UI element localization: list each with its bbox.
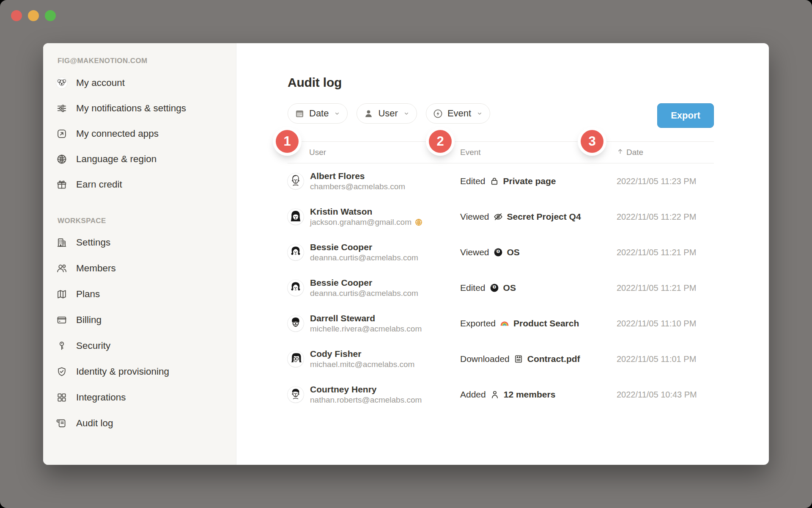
user-email: nathan.roberts@acmelabs.com bbox=[310, 395, 422, 405]
user-name: Cody Fisher bbox=[310, 348, 414, 359]
minimize-window-button[interactable] bbox=[28, 10, 39, 21]
settings-sidebar: FIG@MAKENOTION.COM My account My notific… bbox=[43, 43, 236, 465]
filter-event[interactable]: Event bbox=[426, 103, 490, 124]
table-row: Albert Flores chambers@acmelabs.com Edit… bbox=[288, 163, 714, 199]
user-name: Courtney Henry bbox=[310, 384, 422, 395]
table-row: Kristin Watson jackson.graham@gmail.com … bbox=[288, 199, 714, 235]
zoom-window-button[interactable] bbox=[45, 10, 56, 21]
event-date: 2022/11/05 11:01 PM bbox=[617, 354, 714, 364]
event-date: 2022/11/05 11:10 PM bbox=[617, 319, 714, 329]
audit-log-panel: Audit log Date User Event Export User Ev… bbox=[236, 43, 769, 465]
event-cell: Exported Product Search bbox=[460, 318, 617, 329]
event-verb: Edited bbox=[460, 176, 486, 186]
event-date: 2022/11/05 11:22 PM bbox=[617, 212, 714, 222]
user-cell: Albert Flores chambers@acmelabs.com bbox=[288, 171, 460, 192]
annotation-badge-1: 1 bbox=[276, 130, 299, 153]
settings-window: FIG@MAKENOTION.COM My account My notific… bbox=[43, 43, 769, 465]
key-icon bbox=[56, 340, 68, 352]
table-row: Cody Fisher michael.mitc@acmelabs.com Do… bbox=[288, 341, 714, 377]
shield-check-icon bbox=[56, 366, 68, 378]
event-date: 2022/11/05 11:21 PM bbox=[617, 248, 714, 257]
audit-log-toolbar: Date User Event Export bbox=[288, 103, 714, 128]
sidebar-item-language-region[interactable]: Language & region bbox=[56, 146, 236, 172]
user-email: michelle.rivera@acmelabs.com bbox=[310, 324, 422, 334]
user-cell: Courtney Henry nathan.roberts@acmelabs.c… bbox=[288, 384, 460, 405]
filter-user[interactable]: User bbox=[357, 103, 417, 124]
eight-ball-icon: 8 bbox=[489, 283, 499, 293]
lock-icon bbox=[489, 176, 499, 186]
avatar-kristin-watson bbox=[288, 209, 304, 225]
event-object: OS bbox=[503, 283, 516, 293]
person-filled-icon bbox=[363, 108, 374, 119]
person-outline-icon bbox=[490, 389, 500, 400]
event-cell: Downloaded Contract.pdf bbox=[460, 354, 617, 364]
sidebar-item-settings[interactable]: Settings bbox=[56, 229, 236, 255]
event-verb: Downloaded bbox=[460, 354, 510, 364]
event-object: Product Search bbox=[513, 318, 579, 329]
avatar-cody-fisher bbox=[288, 351, 304, 367]
document-icon bbox=[513, 354, 524, 364]
sidebar-item-security[interactable]: Security bbox=[56, 333, 236, 359]
column-header-date-sort[interactable]: Date bbox=[617, 148, 714, 157]
sidebar-item-my-account[interactable]: My account bbox=[56, 70, 236, 96]
map-icon bbox=[56, 288, 68, 300]
window-controls bbox=[11, 10, 56, 21]
table-row: Darrell Steward michelle.rivera@acmelabs… bbox=[288, 306, 714, 341]
table-body: Albert Flores chambers@acmelabs.com Edit… bbox=[288, 163, 714, 412]
table-row: Courtney Henry nathan.roberts@acmelabs.c… bbox=[288, 377, 714, 412]
event-verb: Exported bbox=[460, 318, 496, 329]
sidebar-item-identity-provisioning[interactable]: Identity & provisioning bbox=[56, 359, 236, 384]
audit-log-table: User Event Date Albert Flores chambers@a… bbox=[288, 141, 714, 412]
user-cell: Kristin Watson jackson.graham@gmail.com bbox=[288, 206, 460, 227]
table-header-row: User Event Date bbox=[288, 141, 714, 163]
event-cell: Viewed Secret Project Q4 bbox=[460, 212, 617, 222]
workspace-header: WORKSPACE bbox=[58, 217, 236, 225]
user-cell: Bessie Cooper deanna.curtis@acmelabs.com bbox=[288, 277, 460, 298]
sidebar-item-plans[interactable]: Plans bbox=[56, 281, 236, 307]
people-icon bbox=[56, 262, 68, 274]
sort-arrow-up-icon bbox=[617, 148, 624, 157]
avatar-bessie-cooper bbox=[288, 280, 304, 296]
bolt-circle-icon bbox=[433, 108, 443, 119]
sidebar-item-integrations[interactable]: Integrations bbox=[56, 384, 236, 410]
event-verb: Added bbox=[460, 389, 486, 400]
svg-text:8: 8 bbox=[494, 285, 495, 288]
user-name: Darrell Steward bbox=[310, 313, 422, 324]
sidebar-item-audit-log[interactable]: Audit log bbox=[56, 410, 236, 436]
user-email: deanna.curtis@acmelabs.com bbox=[310, 288, 418, 298]
sidebar-item-my-notifications-settings[interactable]: My notifications & settings bbox=[56, 96, 236, 121]
rainbow-icon bbox=[499, 318, 510, 329]
close-window-button[interactable] bbox=[11, 10, 22, 21]
event-object: Secret Project Q4 bbox=[507, 212, 581, 222]
credit-card-icon bbox=[56, 314, 68, 326]
annotation-badge-2: 2 bbox=[429, 130, 452, 153]
koala-avatar-icon bbox=[56, 77, 68, 89]
desktop-backdrop: FIG@MAKENOTION.COM My account My notific… bbox=[0, 0, 812, 508]
avatar-courtney-henry bbox=[288, 387, 304, 403]
table-row: Bessie Cooper deanna.curtis@acmelabs.com… bbox=[288, 270, 714, 306]
event-date: 2022/11/05 11:23 PM bbox=[617, 177, 714, 186]
svg-text:8: 8 bbox=[497, 250, 499, 253]
user-cell: Cody Fisher michael.mitc@acmelabs.com bbox=[288, 348, 460, 370]
sidebar-item-my-connected-apps[interactable]: My connected apps bbox=[56, 121, 236, 146]
globe-orange-icon bbox=[414, 218, 423, 226]
filter-date[interactable]: Date bbox=[288, 103, 348, 124]
user-cell: Darrell Steward michelle.rivera@acmelabs… bbox=[288, 313, 460, 334]
user-email: michael.mitc@acmelabs.com bbox=[310, 359, 414, 370]
avatar-albert-flores bbox=[288, 173, 304, 189]
event-object: Contract.pdf bbox=[527, 354, 580, 364]
gift-icon bbox=[56, 179, 68, 190]
user-cell: Bessie Cooper deanna.curtis@acmelabs.com bbox=[288, 242, 460, 263]
sidebar-item-members[interactable]: Members bbox=[56, 255, 236, 281]
account-email-header: FIG@MAKENOTION.COM bbox=[58, 57, 236, 65]
eye-off-icon bbox=[493, 212, 503, 222]
export-button[interactable]: Export bbox=[657, 103, 714, 128]
user-name: Albert Flores bbox=[310, 171, 405, 182]
annotation-badge-3: 3 bbox=[581, 130, 604, 153]
event-object: OS bbox=[507, 247, 520, 257]
sidebar-item-earn-credit[interactable]: Earn credit bbox=[56, 172, 236, 197]
event-object: Private page bbox=[503, 176, 556, 186]
calendar-icon bbox=[294, 108, 305, 119]
sidebar-item-billing[interactable]: Billing bbox=[56, 307, 236, 333]
sliders-icon bbox=[56, 102, 68, 114]
